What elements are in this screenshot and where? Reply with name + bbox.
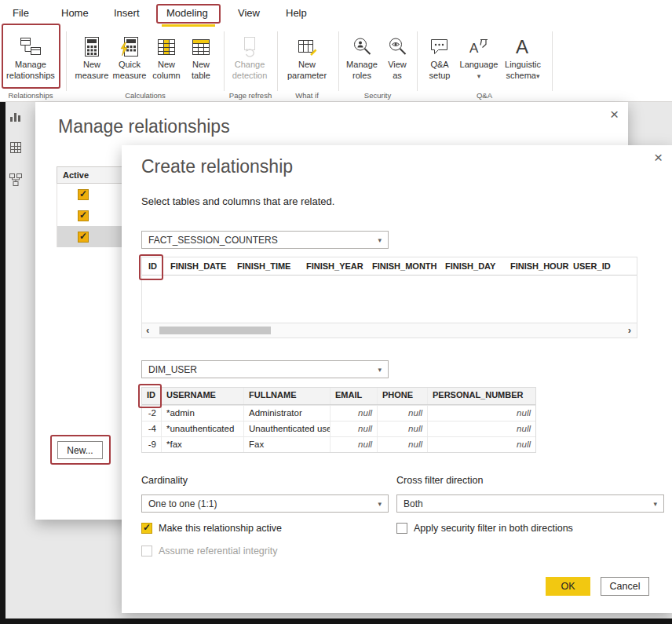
tab-file[interactable]: File — [13, 7, 29, 19]
table1-col-finish-day[interactable]: FINISH_DAY — [445, 261, 495, 271]
button-label: Linguistic schema▾ — [499, 60, 547, 82]
ok-button[interactable]: OK — [546, 577, 590, 596]
cell[interactable]: null — [378, 437, 428, 452]
table-row[interactable]: -4 *unauthenticated Unauthenticated user… — [142, 421, 535, 436]
make-active-checkbox-row[interactable]: Make this relationship active — [141, 523, 282, 534]
svg-text:A: A — [516, 36, 528, 57]
table1-col-user-id[interactable]: USER_ID — [573, 261, 611, 271]
button-label: Manage roles — [341, 60, 382, 82]
report-view-icon[interactable] — [9, 110, 23, 127]
table2-col-fullname[interactable]: FULLNAME — [244, 388, 331, 404]
chevron-down-icon: ▾ — [536, 72, 540, 80]
cell[interactable]: null — [378, 421, 428, 436]
active-checkbox[interactable] — [78, 210, 89, 221]
qna-setup-icon — [428, 29, 451, 57]
table2-col-phone[interactable]: PHONE — [378, 388, 428, 404]
table1-col-finish-month[interactable]: FINISH_MONTH — [372, 261, 437, 271]
cell[interactable]: null — [428, 437, 535, 452]
cell[interactable]: Fax — [244, 437, 331, 452]
button-label: View as — [382, 60, 412, 82]
cell[interactable]: -9 — [142, 437, 162, 452]
new-measure-button[interactable]: New measure — [73, 29, 111, 89]
referential-integrity-checkbox-row: Assume referential integrity — [141, 546, 277, 556]
cell[interactable]: null — [428, 406, 535, 421]
make-active-checkbox[interactable] — [141, 523, 152, 534]
cell[interactable]: null — [331, 421, 378, 436]
cell[interactable]: *fax — [162, 437, 244, 452]
data-view-icon[interactable] — [9, 140, 23, 158]
scrollbar-thumb[interactable] — [159, 327, 271, 334]
manage-relationships-button[interactable]: Manage relationships — [2, 29, 59, 89]
qna-setup-button[interactable]: Q&A setup — [422, 29, 458, 89]
table2-select[interactable]: DIM_USER ▾ — [141, 360, 389, 378]
table2-col-username[interactable]: USERNAME — [162, 388, 244, 404]
create-relationship-dialog: Create relationship × Select tables and … — [122, 145, 672, 613]
table1-col-finish-date[interactable]: FINISH_DATE — [170, 261, 226, 271]
close-icon[interactable]: × — [654, 150, 663, 165]
tab-insert[interactable]: Insert — [114, 7, 140, 19]
table-row[interactable]: -9 *fax Fax null null null — [142, 436, 535, 452]
quick-measure-icon — [119, 29, 141, 57]
view-as-button[interactable]: View as — [382, 29, 412, 89]
cross-filter-select[interactable]: Both ▾ — [396, 494, 664, 513]
security-filter-checkbox-row[interactable]: Apply security filter in both directions — [396, 523, 573, 534]
table1-horizontal-scrollbar[interactable]: ‹ › — [142, 323, 637, 338]
selected-table-name: FACT_SESSION_COUNTERS — [148, 235, 278, 246]
table1-select[interactable]: FACT_SESSION_COUNTERS ▾ — [141, 231, 389, 249]
tab-home[interactable]: Home — [61, 7, 89, 19]
cell[interactable]: null — [378, 406, 428, 421]
tab-help[interactable]: Help — [286, 7, 307, 19]
cancel-button[interactable]: Cancel — [601, 577, 649, 596]
new-table-button[interactable]: New table — [184, 29, 217, 89]
table2-header-row: ID USERNAME FULLNAME EMAIL PHONE PERSONA… — [142, 388, 535, 405]
quick-measure-button[interactable]: Quick measure — [111, 29, 148, 89]
linguistic-schema-button[interactable]: A Linguistic schema▾ — [499, 29, 547, 89]
group-separator — [338, 31, 339, 91]
cell[interactable]: Administrator — [244, 406, 331, 421]
relationship-row[interactable] — [57, 184, 127, 205]
cell[interactable]: -2 — [142, 406, 162, 421]
close-icon[interactable]: × — [610, 107, 619, 122]
model-view-icon[interactable] — [9, 173, 23, 190]
relationship-row-selected[interactable] — [57, 226, 127, 247]
cell[interactable]: Unauthenticated user — [244, 421, 331, 436]
cell[interactable]: *admin — [162, 406, 244, 421]
security-filter-checkbox[interactable] — [396, 523, 407, 534]
button-label: New column — [148, 60, 184, 82]
group-label-page-refresh: Page refresh — [224, 91, 277, 100]
manage-roles-button[interactable]: Manage roles — [341, 29, 382, 89]
cell[interactable]: null — [331, 437, 378, 452]
table2-col-personal-number[interactable]: PERSONAL_NUMBER — [428, 388, 535, 404]
new-table-icon — [190, 29, 212, 57]
tab-modeling[interactable]: Modeling — [166, 7, 208, 19]
table1-col-id[interactable]: ID — [148, 261, 157, 271]
manage-relationships-icon — [19, 29, 42, 57]
table1-preview: ID FINISH_DATE FINISH_TIME FINISH_YEAR F… — [141, 257, 637, 338]
table1-col-finish-year[interactable]: FINISH_YEAR — [306, 261, 363, 271]
new-parameter-button[interactable]: New parameter — [282, 29, 332, 89]
tab-view[interactable]: View — [238, 7, 260, 19]
active-checkbox[interactable] — [78, 232, 89, 243]
cell[interactable]: null — [331, 406, 378, 421]
table2-col-id[interactable]: ID — [142, 388, 162, 404]
group-label-what-if: What if — [279, 91, 335, 100]
table1-col-finish-time[interactable]: FINISH_TIME — [237, 261, 290, 271]
relationship-row[interactable] — [57, 205, 127, 226]
active-checkbox[interactable] — [78, 189, 89, 200]
scroll-left-icon[interactable]: ‹ — [146, 324, 149, 336]
new-relationship-button[interactable]: New... — [57, 441, 103, 459]
new-column-button[interactable]: New column — [148, 29, 184, 89]
table2-col-email[interactable]: EMAIL — [331, 388, 378, 404]
cell[interactable]: null — [428, 421, 535, 436]
language-button[interactable]: A Language ▾ — [458, 29, 500, 89]
cell[interactable]: *unauthenticated — [162, 421, 244, 436]
group-label-relationships: Relationships — [0, 91, 61, 100]
table1-col-finish-hour[interactable]: FINISH_HOUR — [510, 261, 569, 271]
change-detection-icon — [239, 29, 260, 57]
cardinality-select[interactable]: One to one (1:1) ▾ — [141, 494, 389, 513]
menubar: File Home Insert Modeling View Help — [0, 0, 672, 27]
scroll-right-icon[interactable]: › — [628, 324, 631, 336]
group-label-qna: Q&A — [418, 91, 550, 100]
cell[interactable]: -4 — [142, 421, 162, 436]
table-row[interactable]: -2 *admin Administrator null null null — [142, 405, 535, 421]
